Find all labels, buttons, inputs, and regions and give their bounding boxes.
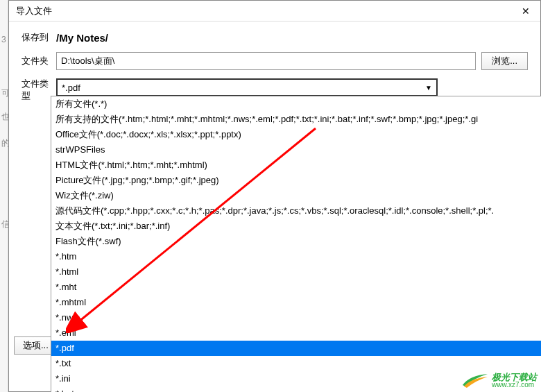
filetype-option[interactable]: *.nws [51,310,541,325]
watermark-cn: 极光下载站 [492,373,537,382]
filetype-option[interactable]: *.htm [51,249,541,264]
save-to-label: 保存到 [22,31,56,44]
filetype-option[interactable]: *.mhtml [51,295,541,310]
watermark-text: 极光下载站 www.xz7.com [492,373,537,389]
watermark: 极光下载站 www.xz7.com [461,371,537,389]
filetype-option[interactable]: *.mht [51,280,541,295]
save-to-path: /My Notes/ [56,32,108,44]
filetype-dropdown[interactable]: 所有文件(*.*)所有支持的文件(*.htm;*.html;*.mht;*.mh… [51,96,541,392]
titlebar: 导入文件 ✕ [9,1,540,22]
folder-row: 文件夹 浏览... [22,52,528,70]
filetype-option[interactable]: 所有支持的文件(*.htm;*.html;*.mht;*.mhtml;*.nws… [51,112,541,127]
filetype-label-l1: 文件类 [22,78,56,90]
filetype-option[interactable]: 源代码文件(*.cpp;*.hpp;*.cxx;*.c;*.h;*.pas;*.… [51,203,541,219]
filetype-option[interactable]: HTML文件(*.html;*.htm;*.mht;*.mhtml) [51,157,541,173]
folder-input[interactable] [56,52,476,70]
save-to-row: 保存到 /My Notes/ [22,31,528,44]
filetype-option[interactable]: strWPSFiles [51,142,541,157]
filetype-option[interactable]: 所有文件(*.*) [51,96,541,112]
filetype-selected-value: *.pdf [62,83,425,93]
browse-button[interactable]: 浏览... [481,52,528,70]
background-sidebar: 3 可 也 的 信 [0,0,8,392]
filetype-option[interactable]: Office文件(*.doc;*.docx;*.xls;*.xlsx;*.ppt… [51,127,541,142]
filetype-option[interactable]: Flash文件(*.swf) [51,234,541,249]
bg-char: 3 [1,35,6,44]
filetype-option[interactable]: Wiz文件(*.ziw) [51,188,541,203]
filetype-option[interactable]: 文本文件(*.txt;*.ini;*.bar;*.inf) [51,219,541,234]
close-icon: ✕ [522,6,530,17]
filetype-option[interactable]: *.pdf [51,341,541,356]
filetype-option[interactable]: *.html [51,264,541,280]
filetype-option[interactable]: *.eml [51,325,541,341]
watermark-logo-icon [461,371,489,389]
close-button[interactable]: ✕ [515,3,536,19]
filetype-select[interactable]: *.pdf ▼ [56,78,438,96]
filetype-option[interactable]: *.txt [51,356,541,371]
dialog-title: 导入文件 [16,5,52,17]
chevron-down-icon: ▼ [425,84,432,92]
folder-label: 文件夹 [22,55,56,67]
watermark-url: www.xz7.com [492,382,537,389]
filetype-select-wrap: *.pdf ▼ [56,78,438,96]
filetype-option[interactable]: Picture文件(*.jpg;*.png;*.bmp;*.gif;*.jpeg… [51,173,541,188]
